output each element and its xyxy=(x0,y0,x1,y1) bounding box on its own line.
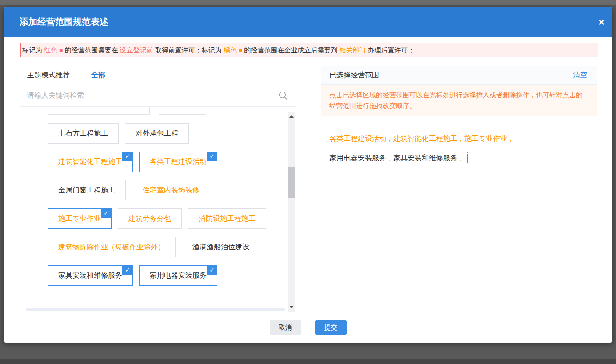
scope-tag[interactable]: 家具安装和维修服务✓ xyxy=(48,265,133,286)
scope-tag[interactable]: 施工专业作业✓ xyxy=(48,208,112,229)
scroll-up-icon[interactable] xyxy=(288,112,295,120)
scope-tag[interactable]: 建筑物拆除作业（爆破作业除外） xyxy=(48,237,176,257)
cancel-button[interactable]: 取消 xyxy=(270,320,301,335)
red-square-icon: ■ xyxy=(57,47,64,54)
horizontal-scrollbar[interactable] xyxy=(26,308,285,311)
scope-tag[interactable]: 建筑劳务分包 xyxy=(118,208,182,229)
permission-notice-bar: 标记为 红色 ■ 的经营范围需要在 设立登记前 取得前置许可；标记为 橘色 ■ … xyxy=(20,43,598,57)
notice-red-word: 红色 xyxy=(44,46,57,54)
scope-tag[interactable]: 金属门窗工程施工 xyxy=(48,180,126,200)
picker-tabs: 主题模式推荐 全部 xyxy=(20,66,296,84)
scope-tag-clipped[interactable] xyxy=(159,107,206,115)
scope-tag-label: 各类工程建设活动 xyxy=(150,158,207,165)
check-icon: ✓ xyxy=(101,208,112,218)
selected-panel-title: 已选择经营范围 xyxy=(329,71,379,80)
orange-square-icon: ■ xyxy=(237,47,244,54)
add-business-scope-dialog: 添加经营范围规范表述 × 标记为 红色 ■ 的经营范围需要在 设立登记前 取得前… xyxy=(4,7,612,343)
tag-row: 施工专业作业✓建筑劳务分包消防设施工程施工 xyxy=(48,208,296,229)
selected-scopes-black[interactable]: 家用电器安装服务，家具安装和维修服务， xyxy=(329,153,589,163)
scope-tag-label: 住宅室内装饰装修 xyxy=(143,186,200,194)
notice-text: 的经营范围在企业成立后需要到 xyxy=(244,46,339,54)
scope-tag-clipped[interactable] xyxy=(48,107,150,115)
selected-hint: 点击已选择区域的经营范围可以在光标处进行选择插入或者删除操作，也可针对点击的经营… xyxy=(321,85,597,116)
tag-row: 建筑物拆除作业（爆破作业除外）渔港渔船泊位建设 xyxy=(48,237,296,257)
notice-text: 标记为 xyxy=(22,46,44,54)
selected-scope-panel: 已选择经营范围 清空 点击已选择区域的经营范围可以在光标处进行选择插入或者删除操… xyxy=(321,66,597,312)
search-bar xyxy=(20,84,296,107)
check-icon: ✓ xyxy=(207,265,217,275)
background-bottom-strip xyxy=(0,359,616,364)
scope-tag[interactable]: 对外承包工程 xyxy=(125,123,189,144)
scope-tag-label: 家用电器安装服务 xyxy=(150,272,207,279)
scope-tag[interactable]: 建筑智能化工程施工✓ xyxy=(48,152,133,172)
vertical-scrollbar[interactable] xyxy=(288,112,295,312)
selected-scope-content: 各类工程建设活动，建筑智能化工程施工，施工专业作业， 家用电器安装服务，家具安装… xyxy=(321,116,597,163)
selected-scopes-black-text: 家用电器安装服务，家具安装和维修服务， xyxy=(329,153,464,163)
notice-orange-word: 橘色 xyxy=(224,46,237,54)
dialog-footer: 取消 提交 xyxy=(4,320,612,335)
notice-red-word: 设立登记前 xyxy=(120,46,153,54)
check-icon: ✓ xyxy=(122,152,133,161)
tag-scroll-area: 土石方工程施工对外承包工程建筑智能化工程施工✓各类工程建设活动✓金属门窗工程施工… xyxy=(20,107,296,307)
notice-text: 取得前置许可；标记为 xyxy=(153,46,224,54)
scope-tag-label: 土石方工程施工 xyxy=(58,129,108,137)
tag-row: 建筑智能化工程施工✓各类工程建设活动✓ xyxy=(48,152,296,172)
submit-button[interactable]: 提交 xyxy=(315,320,347,335)
scope-tag-label: 施工专业作业 xyxy=(58,215,101,222)
scroll-down-icon[interactable] xyxy=(288,303,295,311)
search-icon xyxy=(278,91,288,100)
scope-tag[interactable]: 各类工程建设活动✓ xyxy=(139,152,217,172)
scope-tag[interactable]: 家用电器安装服务✓ xyxy=(139,265,217,286)
tag-list: 土石方工程施工对外承包工程建筑智能化工程施工✓各类工程建设活动✓金属门窗工程施工… xyxy=(20,107,296,286)
scope-tag[interactable]: 消防设施工程施工 xyxy=(188,208,266,229)
dialog-header: 添加经营范围规范表述 × xyxy=(4,7,612,37)
scope-tag[interactable]: 渔港渔船泊位建设 xyxy=(182,237,260,257)
check-icon: ✓ xyxy=(122,265,133,275)
selected-panel-header: 已选择经营范围 清空 xyxy=(321,66,597,85)
tag-row: 家具安装和维修服务✓家用电器安装服务✓ xyxy=(48,265,296,286)
tab-theme-mode[interactable]: 主题模式推荐 xyxy=(27,71,70,80)
scope-tag-label: 建筑物拆除作业（爆破作业除外） xyxy=(58,243,165,251)
tag-row: 金属门窗工程施工住宅室内装饰装修 xyxy=(48,180,296,200)
notice-text: 办理后置许可； xyxy=(366,46,414,54)
tag-row: 土石方工程施工对外承包工程 xyxy=(48,123,296,144)
check-icon: ✓ xyxy=(207,152,217,161)
scope-tag-label: 消防设施工程施工 xyxy=(199,215,256,222)
tab-all[interactable]: 全部 xyxy=(91,71,105,80)
notice-text: 的经营范围需要在 xyxy=(64,46,120,54)
dialog-title: 添加经营范围规范表述 xyxy=(20,16,108,28)
scope-tag-label: 家具安装和维修服务 xyxy=(58,272,122,279)
background-top-strip xyxy=(0,0,616,5)
scope-tag[interactable]: 住宅室内装饰装修 xyxy=(132,180,210,200)
notice-orange-word: 相关部门 xyxy=(339,46,366,54)
scope-tag-label: 建筑智能化工程施工 xyxy=(58,158,122,165)
scope-tag-label: 金属门窗工程施工 xyxy=(58,186,115,194)
scope-tag-label: 对外承包工程 xyxy=(136,129,178,137)
scrollbar-thumb[interactable] xyxy=(288,167,295,198)
scope-tag-label: 建筑劳务分包 xyxy=(128,215,171,222)
search-input[interactable] xyxy=(27,89,275,102)
selected-scopes-orange[interactable]: 各类工程建设活动，建筑智能化工程施工，施工专业作业， xyxy=(329,134,589,144)
scope-tag-label: 渔港渔船泊位建设 xyxy=(192,243,249,251)
clipped-tag-row xyxy=(48,107,296,115)
clear-button[interactable]: 清空 xyxy=(573,71,587,80)
text-cursor xyxy=(467,154,468,163)
scope-tag[interactable]: 土石方工程施工 xyxy=(48,123,119,144)
scope-picker-panel: 主题模式推荐 全部 土石方工程施工对外承包工程建筑智能化工程施工✓各类工程建设活… xyxy=(20,66,296,312)
close-icon[interactable]: × xyxy=(598,17,604,28)
